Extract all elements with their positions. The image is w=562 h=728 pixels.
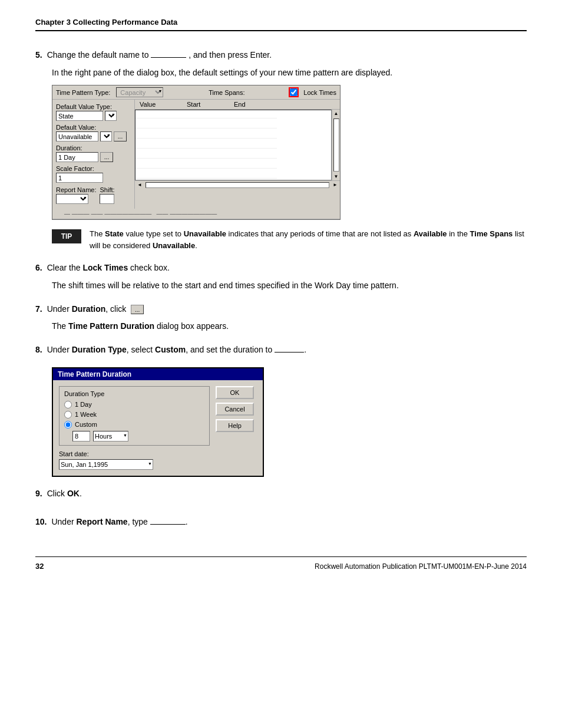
step-10-text: Under Report Name, type . (51, 516, 187, 529)
tip-text: The State value type set to Unavailable … (90, 228, 527, 251)
step-9: 9. Click OK. (35, 487, 527, 505)
chapter-header: Chapter 3 Collecting Performance Data (35, 18, 527, 31)
default-value-select[interactable] (100, 131, 112, 141)
tp-left-panel: Default Value Type: Default Value: (52, 100, 135, 209)
default-value-btn[interactable]: ... (114, 131, 127, 141)
step-9-text: Click OK. (47, 487, 82, 500)
tip-box: TIP The State value type set to Unavaila… (52, 228, 527, 251)
radio-1week[interactable] (64, 411, 72, 419)
page-number: 32 (35, 562, 44, 571)
lock-times-label: Lock Times (303, 89, 336, 96)
lock-times-checkbox[interactable] (290, 88, 297, 96)
report-name-select[interactable] (56, 194, 88, 204)
default-value-type-select-wrapper[interactable] (105, 111, 117, 121)
step-5: 5. Change the default name to , and then… (35, 49, 527, 251)
step-8: 8. Under Duration Type, select Custom, a… (35, 344, 527, 477)
step-6-text: Clear the Lock Times check box. (47, 262, 170, 275)
radio-custom[interactable] (64, 421, 72, 429)
tpd-right: OK Cancel Help (216, 386, 257, 470)
report-name-select-wrapper[interactable] (56, 194, 88, 204)
scale-factor-row (56, 173, 131, 183)
step-5-text: Change the default name to , and then pr… (47, 49, 272, 62)
shift-input[interactable] (100, 194, 114, 204)
tpd-titlebar: Time Pattern Duration (53, 368, 263, 380)
tpd-help-btn[interactable]: Help (216, 419, 254, 432)
step-5-number: 5. (35, 50, 42, 60)
step-7: 7. Under Duration, click ... The Time Pa… (35, 303, 527, 333)
step-7-text: Under Duration, click ... (47, 303, 144, 316)
scroll-down-arrow[interactable]: ▼ (333, 173, 340, 180)
default-value-type-label: Default Value Type: (56, 103, 131, 110)
step-7-content: The Time Pattern Duration dialog box app… (52, 320, 527, 333)
page-footer: 32 Rockwell Automation Publication PLTMT… (35, 556, 527, 571)
scroll-track (333, 118, 339, 172)
horiz-scroll-track (146, 182, 329, 188)
step-7-line: 7. Under Duration, click ... (35, 303, 527, 321)
step-6-content: The shift times will be relative to the … (52, 279, 527, 292)
step-8-line: 8. Under Duration Type, select Custom, a… (35, 344, 527, 361)
tpd-dialog: Time Pattern Duration Duration Type 1 Da… (52, 367, 264, 477)
scale-factor-label: Scale Factor: (56, 165, 131, 172)
tpd-hours-select-wrapper[interactable]: Hours (93, 431, 128, 442)
duration-row: ... (56, 152, 131, 162)
default-value-label: Default Value: (56, 124, 131, 131)
ts-col-value: Value (137, 100, 184, 108)
step-7-subtext: The Time Pattern Duration dialog box app… (52, 320, 527, 333)
scroll-left-arrow[interactable]: ◄ (135, 181, 144, 189)
step-6-number: 6. (35, 263, 42, 272)
tpd-radio-1week: 1 Week (64, 411, 204, 419)
tpd-radio-1day: 1 Day (64, 401, 204, 409)
dialog-bottom-cut: — ——— —— ———————— —— ———————— (52, 209, 340, 219)
tpd-cancel-btn[interactable]: Cancel (216, 403, 254, 416)
tpd-hours-select[interactable]: Hours (93, 431, 128, 442)
step-5-content: In the right pane of the dialog box, the… (52, 67, 527, 252)
tpd-duration-type-label: Duration Type (64, 390, 204, 397)
tp-body: Default Value Type: Default Value: (52, 100, 340, 209)
tpd-ok-btn[interactable]: OK (216, 386, 254, 399)
scroll-right-arrow[interactable]: ► (330, 181, 340, 189)
tpd-left: Duration Type 1 Day 1 Week (59, 386, 210, 470)
ts-col-start: Start (184, 100, 232, 108)
default-value-type-row (56, 111, 131, 121)
step-10-number: 10. (35, 517, 47, 526)
step-9-line: 9. Click OK. (35, 487, 527, 505)
tpd-start-date-select[interactable]: Sun, Jan 1,1995 (59, 459, 153, 470)
step-9-number: 9. (35, 489, 42, 498)
tpd-custom-value-input[interactable] (72, 431, 90, 442)
tip-label: TIP (52, 229, 81, 243)
default-value-type-input[interactable] (56, 111, 103, 121)
vertical-scrollbar[interactable]: ▲ ▼ (332, 110, 340, 180)
step-8-text: Under Duration Type, select Custom, and … (47, 344, 306, 357)
radio-1day[interactable] (64, 401, 72, 409)
step-6-subtext: The shift times will be relative to the … (52, 279, 527, 292)
shift-section: Shift: (100, 186, 114, 204)
default-value-type-select[interactable] (105, 111, 117, 121)
tpd-custom-row: Hours (72, 431, 204, 442)
scroll-up-arrow[interactable]: ▲ (333, 110, 340, 117)
tpd-duration-group: Duration Type 1 Day 1 Week (59, 386, 210, 446)
chapter-title: Chapter 3 Collecting Performance Data (35, 18, 177, 27)
tpd-start-date-select-wrapper[interactable]: Sun, Jan 1,1995 (59, 459, 153, 470)
duration-btn[interactable]: ... (100, 152, 113, 162)
tpd-radio-custom: Custom (64, 421, 204, 429)
scale-factor-input[interactable] (56, 173, 103, 183)
duration-input[interactable] (56, 152, 98, 162)
step-10-line: 10. Under Report Name, type . (35, 516, 527, 533)
tp-type-select-wrapper[interactable]: Capacity (116, 87, 163, 97)
report-name-section: Report Name: (56, 186, 96, 204)
duration-ellipsis-btn[interactable]: ... (131, 305, 144, 314)
default-value-row: ... (56, 131, 131, 141)
step-8-content: Time Pattern Duration Duration Type 1 Da… (52, 367, 527, 477)
step-5-subtext: In the right pane of the dialog box, the… (52, 67, 527, 80)
report-name-shift-row: Report Name: Shift: (56, 186, 131, 204)
tp-timespans-label: Time Spans: (209, 89, 244, 96)
tpd-start-date-section: Start date: Sun, Jan 1,1995 (59, 450, 210, 470)
horizontal-scrollbar[interactable]: ◄ ► (135, 180, 340, 189)
ts-body: ▲ ▼ (135, 110, 340, 180)
default-value-select-wrapper[interactable] (100, 131, 112, 141)
tp-right-panel: Value Start End (135, 100, 340, 209)
default-value-input[interactable] (56, 131, 98, 141)
publication-info: Rockwell Automation Publication PLTMT-UM… (315, 562, 527, 571)
tp-type-select[interactable]: Capacity (116, 87, 163, 97)
step-8-number: 8. (35, 345, 42, 354)
